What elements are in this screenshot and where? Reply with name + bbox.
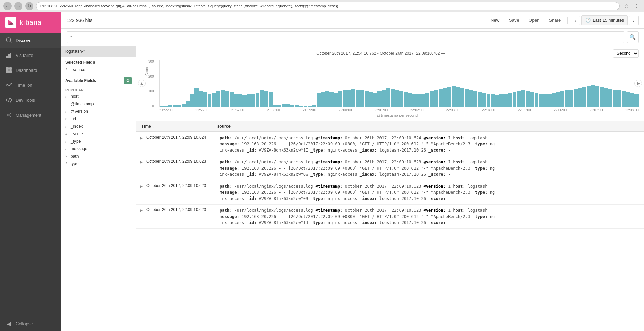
field-type2[interactable]: ? type <box>61 160 136 168</box>
chart-bar[interactable] <box>622 91 626 107</box>
prev-time-button[interactable]: ‹ <box>571 16 580 25</box>
chart-bar[interactable] <box>443 88 447 107</box>
chart-bar[interactable] <box>452 86 456 107</box>
chart-bar[interactable] <box>521 90 525 107</box>
chart-bar[interactable] <box>574 89 578 107</box>
chart-bar[interactable] <box>535 93 539 107</box>
chart-bar[interactable] <box>425 93 429 107</box>
chart-bar[interactable] <box>299 106 303 107</box>
chart-bar[interactable] <box>360 90 364 107</box>
chart-bar[interactable] <box>608 89 612 107</box>
chart-bar[interactable] <box>216 91 220 107</box>
chart-bar[interactable] <box>526 91 530 107</box>
chart-bar[interactable] <box>286 104 290 107</box>
chart-bar[interactable] <box>343 90 347 107</box>
chart-bar[interactable] <box>412 94 417 107</box>
chart-bar[interactable] <box>369 92 373 107</box>
chart-bar[interactable] <box>600 87 604 107</box>
chart-bar[interactable] <box>447 87 451 107</box>
sidebar-item-collapse[interactable]: ◀ Collapse <box>0 316 61 331</box>
chart-collapse-right-button[interactable]: ▶ <box>634 80 642 87</box>
chart-bar[interactable] <box>382 90 386 107</box>
field-id[interactable]: t _id <box>61 115 136 123</box>
chart-bar[interactable] <box>626 92 630 107</box>
chart-bar[interactable] <box>569 90 573 107</box>
chart-bar[interactable] <box>391 89 395 107</box>
save-button[interactable]: Save <box>505 16 523 25</box>
chart-bar[interactable] <box>434 90 438 107</box>
chart-bar[interactable] <box>199 91 203 107</box>
chart-bar[interactable] <box>221 90 225 107</box>
field-type[interactable]: t _type <box>61 138 136 145</box>
kibana-logo[interactable]: kibana <box>0 12 61 33</box>
chart-bar[interactable] <box>578 88 582 107</box>
chart-bar[interactable] <box>177 105 181 107</box>
expand-row-3-button[interactable]: ▶ <box>136 180 146 204</box>
chart-bar[interactable] <box>290 105 294 107</box>
interval-select[interactable]: Second <box>613 49 639 58</box>
chart-bar[interactable] <box>373 93 377 107</box>
expand-row-1-button[interactable]: ▶ <box>136 132 146 156</box>
chart-bar[interactable] <box>504 94 508 107</box>
chart-bar[interactable] <box>260 90 264 107</box>
forward-button[interactable]: → <box>14 2 22 10</box>
chart-collapse-up-button[interactable]: ▲ <box>138 80 146 87</box>
chart-bar[interactable] <box>304 106 308 107</box>
chart-bar[interactable] <box>530 92 534 107</box>
chart-bar[interactable] <box>242 95 247 107</box>
chart-bar[interactable] <box>595 86 599 107</box>
chart-bar[interactable] <box>513 92 517 107</box>
settings-icon[interactable]: ⋮ <box>632 2 641 10</box>
chart-bar[interactable] <box>587 86 591 107</box>
chart-bar[interactable] <box>591 85 595 107</box>
chart-bar[interactable] <box>160 106 164 107</box>
chart-bar[interactable] <box>560 91 564 107</box>
chart-bar[interactable] <box>487 94 491 107</box>
field-path[interactable]: ? path <box>61 153 136 160</box>
chart-bar[interactable] <box>604 88 608 107</box>
sidebar-item-devtools[interactable]: Dev Tools <box>0 93 61 108</box>
chart-bar[interactable] <box>308 106 312 107</box>
chart-bar[interactable] <box>212 93 216 107</box>
bookmark-icon[interactable]: ☆ <box>622 2 630 10</box>
field-host[interactable]: t host <box>61 93 136 100</box>
chart-bar[interactable] <box>547 94 552 107</box>
next-time-button[interactable]: › <box>629 16 639 25</box>
chart-bar[interactable] <box>469 90 473 107</box>
chart-bar[interactable] <box>338 91 342 107</box>
chart-bar[interactable] <box>256 93 260 107</box>
sidebar-item-discover[interactable]: Discover <box>0 33 61 48</box>
chart-bar[interactable] <box>168 105 172 107</box>
chart-bar[interactable] <box>634 94 639 107</box>
chart-bar[interactable] <box>478 92 482 107</box>
chart-bar[interactable] <box>164 106 168 107</box>
chart-bar[interactable] <box>408 93 412 107</box>
chart-bar[interactable] <box>203 92 207 107</box>
chart-bar[interactable] <box>495 95 499 107</box>
chart-bar[interactable] <box>194 88 199 107</box>
chart-bar[interactable] <box>395 90 399 107</box>
chart-bar[interactable] <box>282 104 286 107</box>
chart-bar[interactable] <box>582 87 587 107</box>
chart-bar[interactable] <box>491 94 495 107</box>
chart-bar[interactable] <box>430 91 434 107</box>
chart-bar[interactable] <box>482 93 486 107</box>
chart-bar[interactable] <box>351 89 355 107</box>
search-input[interactable] <box>67 31 624 43</box>
chart-bar[interactable] <box>617 90 621 107</box>
available-fields-gear-button[interactable]: ⚙ <box>124 77 132 84</box>
chart-bar[interactable] <box>460 88 464 107</box>
chart-bar[interactable] <box>499 94 504 107</box>
field-timestamp[interactable]: ○ @timestamp <box>61 100 136 108</box>
chart-bar[interactable] <box>543 94 547 107</box>
new-button[interactable]: New <box>487 16 504 25</box>
selected-field-source[interactable]: ? _source <box>61 66 136 74</box>
chart-bar[interactable] <box>312 105 316 107</box>
chart-bar[interactable] <box>508 93 512 107</box>
back-button[interactable]: ← <box>3 2 12 10</box>
url-bar[interactable] <box>36 2 620 10</box>
time-column-header[interactable]: Time ↓ <box>141 124 209 129</box>
chart-bar[interactable] <box>473 91 477 107</box>
chart-bar[interactable] <box>365 91 369 107</box>
chart-bar[interactable] <box>247 94 251 107</box>
